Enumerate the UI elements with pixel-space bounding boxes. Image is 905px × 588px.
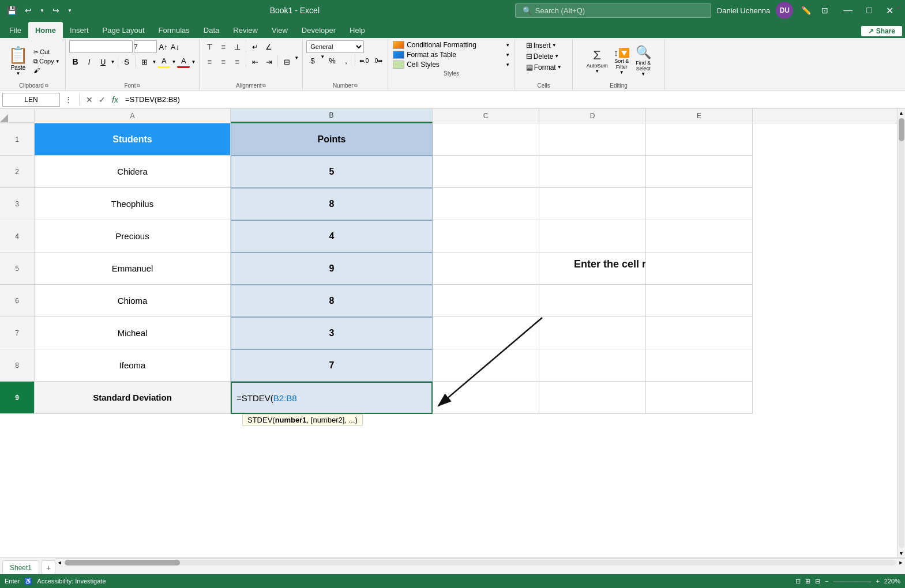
confirm-formula-button[interactable]: ✓	[97, 95, 107, 104]
percent-button[interactable]: %	[326, 54, 339, 67]
search-box[interactable]: 🔍	[515, 3, 711, 18]
find-select-button[interactable]: 🔍 Find &Select ▼	[633, 44, 654, 78]
tab-developer[interactable]: Developer	[295, 22, 343, 38]
search-input[interactable]	[535, 6, 697, 15]
avatar[interactable]: DU	[776, 2, 793, 19]
clipboard-expand[interactable]: ⧉	[45, 83, 48, 89]
cell-D9[interactable]	[539, 382, 646, 414]
cell-D5[interactable]: Enter the cell range	[539, 252, 646, 285]
cell-D3[interactable]	[539, 188, 646, 220]
tab-home[interactable]: Home	[28, 22, 63, 38]
cell-E8[interactable]	[646, 349, 753, 382]
tab-data[interactable]: Data	[197, 22, 226, 38]
cell-C5[interactable]	[433, 252, 539, 285]
cell-E2[interactable]	[646, 156, 753, 188]
pen-icon[interactable]: ✏️	[799, 5, 813, 16]
share-button[interactable]: ↗ Share	[861, 25, 903, 37]
auto-sum-button[interactable]: Σ AutoSum ▼	[584, 47, 610, 75]
tab-formulas[interactable]: Formulas	[152, 22, 197, 38]
qat-more[interactable]: ▼	[65, 7, 74, 14]
comma-button[interactable]: ,	[340, 54, 352, 67]
cancel-formula-button[interactable]: ✕	[84, 95, 95, 104]
scroll-up-button[interactable]: ▲	[898, 109, 906, 117]
increase-indent-button[interactable]: ⇥	[262, 55, 275, 68]
cell-E4[interactable]	[646, 220, 753, 252]
cell-B9[interactable]: =STDEV(B2:B8	[231, 382, 433, 414]
spreadsheet-scroll[interactable]: A B C D E 1 2 3 4 5 6 7 8	[0, 109, 897, 557]
cell-E9[interactable]	[646, 382, 753, 414]
col-header-D[interactable]: D	[539, 109, 646, 123]
cell-B8[interactable]: 7	[231, 349, 433, 382]
cell-D8[interactable]	[539, 349, 646, 382]
merge-center-button[interactable]: ⊟	[280, 55, 293, 68]
border-button[interactable]: ⊞	[138, 55, 151, 68]
italic-button[interactable]: I	[83, 55, 96, 68]
font-name-input[interactable]	[69, 40, 133, 53]
cell-E5[interactable]	[646, 252, 753, 285]
restore-button[interactable]: ⊡	[819, 5, 831, 16]
maximize-button[interactable]: □	[859, 0, 879, 21]
center-align-button[interactable]: ≡	[217, 55, 230, 68]
find-dropdown[interactable]: ▼	[641, 71, 645, 77]
copy-dropdown[interactable]: ▼	[55, 59, 60, 64]
view-break-icon[interactable]: ⊟	[815, 578, 820, 585]
col-header-B[interactable]: B	[231, 109, 433, 123]
decrease-decimal-button[interactable]: .0➡	[371, 54, 384, 67]
cell-B4[interactable]: 4	[231, 220, 433, 252]
number-format-select[interactable]: General Number Currency	[306, 40, 364, 53]
underline-dropdown[interactable]: ▼	[111, 59, 115, 65]
row-header-6[interactable]: 6	[0, 285, 35, 317]
decrease-font-btn[interactable]: A↓	[170, 43, 181, 51]
underline-button[interactable]: U	[97, 55, 110, 68]
cell-A3[interactable]: Theophilus	[35, 188, 231, 220]
row-header-1[interactable]: 1	[0, 123, 35, 156]
scroll-thumb[interactable]	[899, 118, 904, 141]
cell-B3[interactable]: 8	[231, 188, 433, 220]
row-header-3[interactable]: 3	[0, 188, 35, 220]
scroll-left-button[interactable]: ◄	[55, 559, 63, 567]
conditional-formatting-button[interactable]: Conditional Formatting ▼	[392, 40, 511, 50]
corner-cell[interactable]	[0, 109, 35, 123]
cell-B7[interactable]: 3	[231, 317, 433, 349]
insert-cell-button[interactable]: ⊞ Insert ▼	[524, 40, 559, 50]
insert-dropdown[interactable]: ▼	[552, 43, 557, 48]
bold-button[interactable]: B	[69, 55, 82, 68]
cell-C1[interactable]	[433, 123, 539, 156]
col-header-C[interactable]: C	[433, 109, 539, 123]
cell-C6[interactable]	[433, 285, 539, 317]
cell-A9[interactable]: Standard Deviation	[35, 382, 231, 414]
sort-filter-button[interactable]: ↕🔽 Sort &Filter ▼	[611, 46, 632, 76]
row-header-8[interactable]: 8	[0, 349, 35, 382]
merge-dropdown[interactable]: ▼	[294, 55, 299, 68]
cell-B2[interactable]: 5	[231, 156, 433, 188]
number-expand[interactable]: ⧉	[354, 83, 358, 89]
tab-review[interactable]: Review	[226, 22, 265, 38]
format-dropdown[interactable]: ▼	[557, 65, 562, 70]
cell-E1[interactable]	[646, 123, 753, 156]
cell-D4[interactable]	[539, 220, 646, 252]
undo-button[interactable]: ↩	[22, 5, 34, 16]
delete-cell-button[interactable]: ⊟ Delete ▼	[524, 51, 562, 61]
row-header-5[interactable]: 5	[0, 252, 35, 285]
cell-A8[interactable]: Ifeoma	[35, 349, 231, 382]
tab-view[interactable]: View	[265, 22, 295, 38]
cell-styles-button[interactable]: Cell Styles ▼	[392, 60, 511, 69]
formula-input[interactable]	[123, 93, 903, 107]
cell-C4[interactable]	[433, 220, 539, 252]
cell-D1[interactable]	[539, 123, 646, 156]
cell-B6[interactable]: 8	[231, 285, 433, 317]
tab-help[interactable]: Help	[343, 22, 372, 38]
tab-file[interactable]: File	[2, 22, 28, 38]
cell-C7[interactable]	[433, 317, 539, 349]
col-header-E[interactable]: E	[646, 109, 753, 123]
currency-button[interactable]: $	[306, 54, 319, 67]
cell-A6[interactable]: Chioma	[35, 285, 231, 317]
alignment-expand[interactable]: ⧉	[262, 83, 266, 89]
zoom-slider[interactable]: ——————	[833, 578, 871, 585]
cell-C2[interactable]	[433, 156, 539, 188]
cell-styles-dropdown[interactable]: ▼	[505, 62, 510, 67]
font-color-button[interactable]: A	[177, 55, 190, 68]
name-box[interactable]	[2, 93, 60, 107]
zoom-minus-button[interactable]: −	[825, 578, 828, 585]
delete-dropdown[interactable]: ▼	[554, 54, 559, 59]
